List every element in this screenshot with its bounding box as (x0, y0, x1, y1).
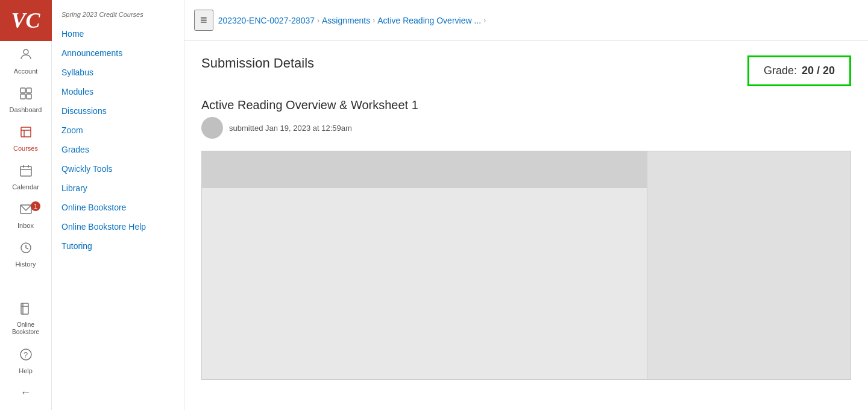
breadcrumb-active-reading[interactable]: Active Reading Overview ... (377, 16, 481, 25)
breadcrumb-assignments[interactable]: Assignments (322, 16, 370, 25)
topbar: ≡ 202320-ENC-0027-28037 › Assignments › … (184, 0, 868, 41)
svg-rect-14 (21, 303, 28, 314)
sidebar-link-bookstore-help[interactable]: Online Bookstore Help (52, 217, 184, 236)
nav-item-courses[interactable]: Courses (0, 119, 51, 158)
dashboard-icon (19, 87, 33, 104)
inbox-badge: 1 (31, 201, 40, 211)
submission-time: submitted Jan 19, 2023 at 12:59am (229, 124, 352, 133)
menu-button[interactable]: ≡ (194, 10, 213, 31)
nav-item-inbox[interactable]: 1 Inbox (0, 197, 51, 235)
svg-text:?: ? (24, 350, 28, 359)
nav-label-dashboard: Dashboard (10, 106, 42, 113)
svg-rect-8 (20, 166, 31, 176)
app-logo[interactable]: VC (0, 0, 52, 41)
grade-label: Grade: (764, 65, 797, 77)
breadcrumb-course[interactable]: 202320-ENC-0027-28037 (218, 16, 315, 25)
submission-panel-left (201, 151, 647, 380)
collapse-nav-button[interactable]: ← (0, 380, 51, 405)
panel-document-content (202, 188, 647, 379)
nav-item-calendar[interactable]: Calendar (0, 158, 51, 197)
nav-item-help[interactable]: ? Help (0, 342, 51, 380)
submission-meta: submitted Jan 19, 2023 at 12:59am (201, 117, 851, 139)
nav-label-calendar: Calendar (12, 183, 39, 191)
nav-label-history: History (15, 260, 36, 268)
sidebar-link-discussions[interactable]: Discussions (52, 101, 184, 121)
nav-label-account: Account (14, 68, 38, 75)
sidebar-link-grades[interactable]: Grades (52, 140, 184, 159)
courses-icon (19, 125, 33, 142)
logo-text: VC (11, 8, 40, 33)
course-sidebar: Spring 2023 Credit Courses Home Announce… (52, 0, 184, 410)
sidebar-link-syllabus[interactable]: Syllabus (52, 63, 184, 82)
account-icon (19, 47, 33, 65)
collapse-icon: ← (20, 386, 31, 399)
main-area: ≡ 202320-ENC-0027-28037 › Assignments › … (184, 0, 868, 410)
content-header: Submission Details Grade: 20 / 20 (201, 55, 851, 86)
submission-panel-right (647, 151, 851, 380)
nav-label-courses: Courses (13, 145, 38, 152)
nav-item-online-bookstore[interactable]: OnlineBookstore (0, 296, 51, 342)
svg-rect-3 (20, 94, 25, 99)
svg-rect-4 (27, 94, 31, 99)
sidebar-link-home[interactable]: Home (52, 24, 184, 43)
svg-rect-5 (21, 127, 31, 137)
help-icon: ? (19, 348, 33, 365)
bookstore-icon (19, 302, 33, 319)
sidebar-link-announcements[interactable]: Announcements (52, 43, 184, 63)
svg-rect-1 (20, 88, 25, 93)
submission-panels (201, 151, 851, 380)
svg-rect-2 (27, 88, 31, 93)
grade-value: 20 / 20 (802, 65, 835, 77)
sidebar-link-modules[interactable]: Modules (52, 82, 184, 101)
nav-item-history[interactable]: History (0, 235, 51, 274)
nav-label-inbox: Inbox (17, 222, 34, 229)
panel-toolbar (202, 151, 647, 188)
page-title: Submission Details (201, 55, 314, 71)
sidebar-link-zoom[interactable]: Zoom (52, 121, 184, 140)
nav-label-bookstore: OnlineBookstore (12, 321, 39, 336)
sidebar-link-library[interactable]: Library (52, 178, 184, 198)
nav-item-dashboard[interactable]: Dashboard (0, 81, 51, 119)
breadcrumb-sep-1: › (317, 16, 319, 25)
assignment-title: Active Reading Overview & Worksheet 1 (201, 98, 851, 112)
sidebar-link-tutoring[interactable]: Tutoring (52, 236, 184, 256)
nav-label-help: Help (19, 367, 33, 374)
icon-nav: VC Account Dashboard (0, 0, 52, 410)
avatar (201, 117, 223, 139)
breadcrumb-sep-2: › (373, 16, 375, 25)
svg-point-0 (24, 49, 28, 54)
calendar-icon (19, 164, 33, 181)
sidebar-link-online-bookstore[interactable]: Online Bookstore (52, 198, 184, 217)
course-label: Spring 2023 Credit Courses (52, 7, 184, 24)
breadcrumb: 202320-ENC-0027-28037 › Assignments › Ac… (218, 16, 486, 25)
grade-box: Grade: 20 / 20 (747, 55, 851, 86)
content-area: Submission Details Grade: 20 / 20 Active… (184, 41, 868, 410)
history-icon (19, 241, 33, 258)
nav-item-account[interactable]: Account (0, 41, 51, 81)
breadcrumb-sep-3: › (483, 16, 486, 25)
sidebar-link-qwickly[interactable]: Qwickly Tools (52, 159, 184, 178)
